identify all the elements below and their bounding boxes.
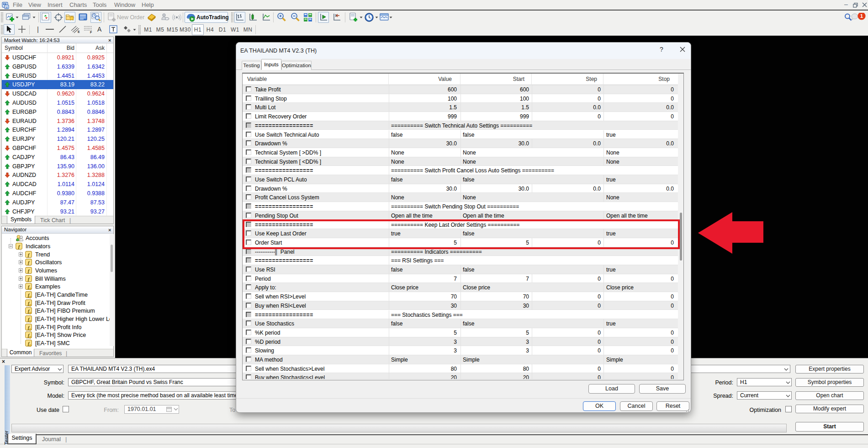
svg-text:M: M [5, 6, 8, 9]
svg-text:E: E [78, 30, 80, 33]
svg-text:F: F [90, 31, 92, 34]
svg-text:1: 1 [860, 13, 863, 19]
